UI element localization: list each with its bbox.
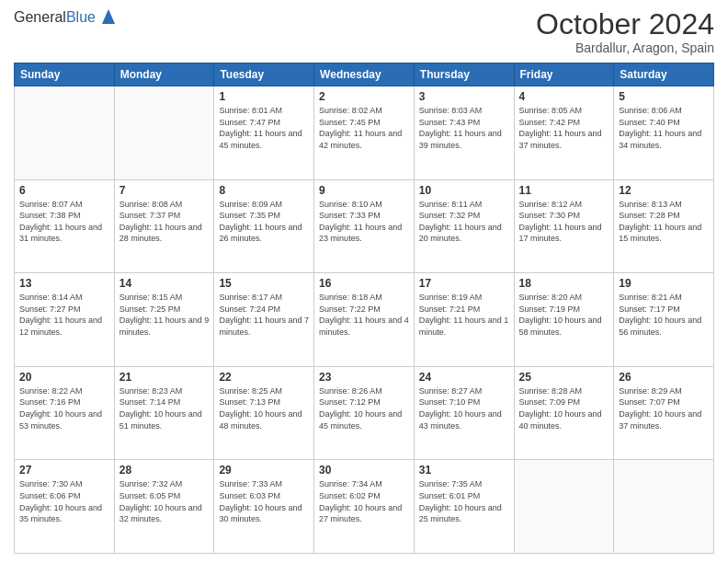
day-number: 14 [119,277,210,290]
calendar-cell: 29Sunrise: 7:33 AM Sunset: 6:03 PM Dayli… [214,460,314,554]
calendar-cell: 12Sunrise: 8:13 AM Sunset: 7:28 PM Dayli… [614,179,714,273]
calendar-cell: 1Sunrise: 8:01 AM Sunset: 7:47 PM Daylig… [214,86,314,180]
calendar-cell: 31Sunrise: 7:35 AM Sunset: 6:01 PM Dayli… [414,460,514,554]
title-block: October 2024 Bardallur, Aragon, Spain [536,9,714,55]
day-info: Sunrise: 8:29 AM Sunset: 7:07 PM Dayligh… [619,385,709,431]
calendar-cell: 9Sunrise: 8:10 AM Sunset: 7:33 PM Daylig… [314,179,415,273]
calendar-cell: 15Sunrise: 8:17 AM Sunset: 7:24 PM Dayli… [214,273,314,367]
day-info: Sunrise: 8:07 AM Sunset: 7:38 PM Dayligh… [19,199,109,245]
day-info: Sunrise: 8:11 AM Sunset: 7:32 PM Dayligh… [419,199,509,245]
calendar-cell: 14Sunrise: 8:15 AM Sunset: 7:25 PM Dayli… [114,273,214,367]
calendar-cell: 6Sunrise: 8:07 AM Sunset: 7:38 PM Daylig… [15,179,115,273]
calendar-cell: 25Sunrise: 8:28 AM Sunset: 7:09 PM Dayli… [514,366,614,460]
day-info: Sunrise: 8:27 AM Sunset: 7:10 PM Dayligh… [419,385,509,431]
calendar-cell: 19Sunrise: 8:21 AM Sunset: 7:17 PM Dayli… [614,273,714,367]
svg-marker-0 [102,9,115,24]
day-info: Sunrise: 8:01 AM Sunset: 7:47 PM Dayligh… [219,105,309,151]
day-number: 4 [519,90,609,103]
calendar-cell: 13Sunrise: 8:14 AM Sunset: 7:27 PM Dayli… [15,273,115,367]
calendar-week-row-2: 13Sunrise: 8:14 AM Sunset: 7:27 PM Dayli… [15,273,714,367]
calendar-week-row-4: 27Sunrise: 7:30 AM Sunset: 6:06 PM Dayli… [15,460,714,554]
day-info: Sunrise: 8:20 AM Sunset: 7:19 PM Dayligh… [519,292,609,338]
day-number: 5 [619,90,709,103]
logo-flag-icon [98,7,119,24]
day-number: 20 [19,371,109,384]
calendar-cell: 2Sunrise: 8:02 AM Sunset: 7:45 PM Daylig… [314,86,415,180]
day-info: Sunrise: 8:14 AM Sunset: 7:27 PM Dayligh… [19,292,109,338]
calendar-cell: 28Sunrise: 7:32 AM Sunset: 6:05 PM Dayli… [114,460,214,554]
day-info: Sunrise: 8:10 AM Sunset: 7:33 PM Dayligh… [319,199,409,245]
calendar-week-row-3: 20Sunrise: 8:22 AM Sunset: 7:16 PM Dayli… [15,366,714,460]
calendar-cell: 3Sunrise: 8:03 AM Sunset: 7:43 PM Daylig… [414,86,514,180]
day-info: Sunrise: 7:32 AM Sunset: 6:05 PM Dayligh… [119,478,210,524]
header-friday: Friday [514,63,614,86]
calendar-week-row-1: 6Sunrise: 8:07 AM Sunset: 7:38 PM Daylig… [15,179,714,273]
day-info: Sunrise: 8:15 AM Sunset: 7:25 PM Dayligh… [119,292,210,338]
day-info: Sunrise: 7:35 AM Sunset: 6:01 PM Dayligh… [419,478,509,524]
day-info: Sunrise: 8:25 AM Sunset: 7:13 PM Dayligh… [219,385,309,431]
calendar-cell: 24Sunrise: 8:27 AM Sunset: 7:10 PM Dayli… [414,366,514,460]
day-info: Sunrise: 8:02 AM Sunset: 7:45 PM Dayligh… [319,105,409,151]
calendar-cell: 18Sunrise: 8:20 AM Sunset: 7:19 PM Dayli… [514,273,614,367]
day-number: 26 [619,371,709,384]
day-info: Sunrise: 8:13 AM Sunset: 7:28 PM Dayligh… [619,199,709,245]
calendar-cell: 20Sunrise: 8:22 AM Sunset: 7:16 PM Dayli… [15,366,115,460]
calendar-cell: 5Sunrise: 8:06 AM Sunset: 7:40 PM Daylig… [614,86,714,180]
day-number: 25 [519,371,609,384]
header-tuesday: Tuesday [214,63,314,86]
header-thursday: Thursday [414,63,514,86]
day-info: Sunrise: 8:28 AM Sunset: 7:09 PM Dayligh… [519,385,609,431]
calendar-cell: 23Sunrise: 8:26 AM Sunset: 7:12 PM Dayli… [314,366,415,460]
day-info: Sunrise: 8:18 AM Sunset: 7:22 PM Dayligh… [319,292,409,338]
calendar-cell [15,86,115,180]
day-number: 2 [319,90,409,103]
calendar-cell [614,460,714,554]
logo-general-text: General [14,9,66,25]
page: GeneralBlue October 2024 Bardallur, Arag… [0,0,728,563]
calendar-table: Sunday Monday Tuesday Wednesday Thursday… [14,63,714,554]
day-info: Sunrise: 8:09 AM Sunset: 7:35 PM Dayligh… [219,199,309,245]
day-number: 8 [219,184,309,197]
calendar-cell: 10Sunrise: 8:11 AM Sunset: 7:32 PM Dayli… [414,179,514,273]
day-info: Sunrise: 8:08 AM Sunset: 7:37 PM Dayligh… [119,199,210,245]
day-info: Sunrise: 8:06 AM Sunset: 7:40 PM Dayligh… [619,105,709,151]
day-info: Sunrise: 8:05 AM Sunset: 7:42 PM Dayligh… [519,105,609,151]
day-number: 24 [419,371,509,384]
day-number: 7 [119,184,210,197]
day-number: 13 [19,277,109,290]
day-number: 17 [419,277,509,290]
day-info: Sunrise: 7:34 AM Sunset: 6:02 PM Dayligh… [319,478,409,524]
day-number: 21 [119,371,210,384]
day-info: Sunrise: 8:23 AM Sunset: 7:14 PM Dayligh… [119,385,210,431]
day-info: Sunrise: 8:26 AM Sunset: 7:12 PM Dayligh… [319,385,409,431]
day-number: 22 [219,371,309,384]
calendar-cell: 26Sunrise: 8:29 AM Sunset: 7:07 PM Dayli… [614,366,714,460]
day-number: 27 [19,464,109,477]
calendar-week-row-0: 1Sunrise: 8:01 AM Sunset: 7:47 PM Daylig… [15,86,714,180]
calendar-cell: 16Sunrise: 8:18 AM Sunset: 7:22 PM Dayli… [314,273,415,367]
day-number: 6 [19,184,109,197]
day-number: 19 [619,277,709,290]
location: Bardallur, Aragon, Spain [536,40,714,55]
logo-blue-text: Blue [66,9,96,25]
calendar-cell: 8Sunrise: 8:09 AM Sunset: 7:35 PM Daylig… [214,179,314,273]
day-number: 10 [419,184,509,197]
header-monday: Monday [114,63,214,86]
day-number: 18 [519,277,609,290]
day-number: 11 [519,184,609,197]
calendar-cell: 27Sunrise: 7:30 AM Sunset: 6:06 PM Dayli… [15,460,115,554]
calendar-cell: 17Sunrise: 8:19 AM Sunset: 7:21 PM Dayli… [414,273,514,367]
day-number: 15 [219,277,309,290]
header-sunday: Sunday [15,63,115,86]
day-info: Sunrise: 8:22 AM Sunset: 7:16 PM Dayligh… [19,385,109,431]
header-wednesday: Wednesday [314,63,415,86]
header: GeneralBlue October 2024 Bardallur, Arag… [14,9,714,55]
day-number: 9 [319,184,409,197]
calendar-cell: 4Sunrise: 8:05 AM Sunset: 7:42 PM Daylig… [514,86,614,180]
day-number: 28 [119,464,210,477]
day-number: 1 [219,90,309,103]
day-number: 16 [319,277,409,290]
logo: GeneralBlue [14,9,119,26]
day-info: Sunrise: 8:17 AM Sunset: 7:24 PM Dayligh… [219,292,309,338]
day-number: 12 [619,184,709,197]
